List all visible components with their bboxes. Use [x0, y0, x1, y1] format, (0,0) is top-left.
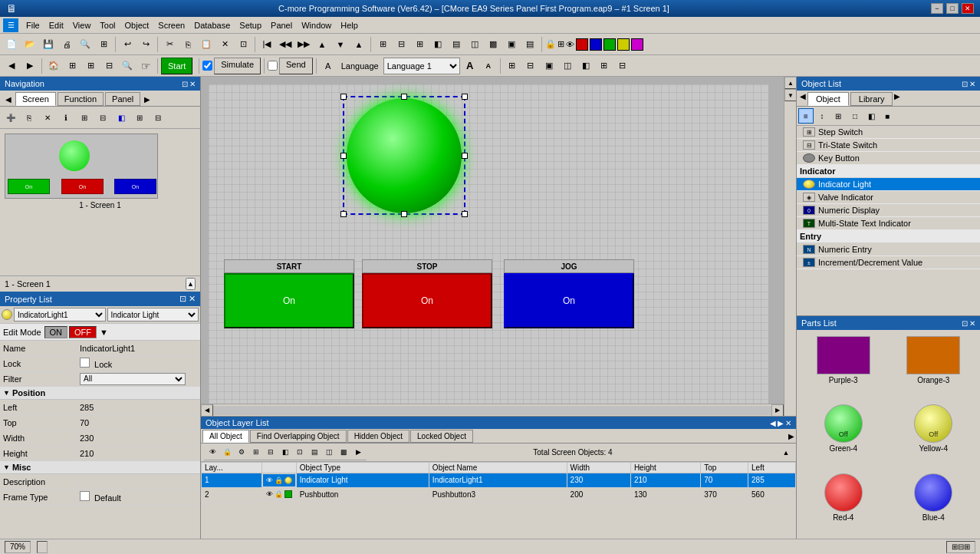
grid2-button[interactable]: ⊟ — [100, 58, 117, 74]
eye-icon-row1[interactable]: 👁 — [266, 477, 273, 484]
tab-all-object[interactable]: All Object — [202, 430, 249, 443]
stop-body[interactable]: On — [362, 273, 492, 328]
edit-mode-on-button[interactable]: ON — [44, 326, 68, 338]
start-button-canvas[interactable]: START On — [224, 259, 354, 328]
tb-btn-y[interactable]: ⊡ — [235, 36, 252, 53]
tb-misc12[interactable]: ▣ — [541, 58, 557, 74]
menu-setup[interactable]: Setup — [235, 19, 266, 31]
tb-misc7[interactable]: ▩ — [485, 36, 502, 53]
obj-tool-sort[interactable]: ↕ — [814, 108, 830, 124]
save-button[interactable]: 💾 — [40, 36, 57, 53]
tb-misc10[interactable]: ⊞ — [504, 58, 521, 74]
obj-item-multistate-text[interactable]: T Multi-State Text Indicator — [797, 217, 980, 230]
obj-item-valve-indicator[interactable]: ◈ Valve Indicator — [797, 191, 980, 204]
part-yellow-4[interactable]: Off Yellow-4 — [890, 401, 978, 467]
menu-object[interactable]: Object — [120, 19, 154, 31]
grid-button[interactable]: ⊞ — [82, 58, 99, 74]
start-body[interactable]: On — [224, 273, 354, 328]
col-height[interactable]: Height — [630, 463, 700, 473]
undo-button[interactable]: ↩ — [119, 36, 136, 53]
lock-checkbox[interactable] — [80, 358, 90, 368]
table-row[interactable]: 1 👁 🔒 Indicator Light IndicatorLight1 23… — [202, 473, 796, 488]
obj-tool-medium[interactable]: ◧ — [863, 108, 879, 124]
obj-tab-arrow-left[interactable]: ◀ — [800, 92, 806, 106]
part-green-4[interactable]: Off Green-4 — [800, 401, 887, 467]
handle-mr[interactable] — [462, 153, 468, 159]
part-blue-4[interactable]: Blue-4 — [890, 470, 978, 536]
col-top[interactable]: Top — [701, 463, 748, 473]
lock-icon-row1[interactable]: 🔒 — [275, 477, 283, 484]
nav-float-button[interactable]: ⊡ — [182, 80, 188, 88]
tb-misc3[interactable]: ⊞ — [411, 36, 428, 53]
jog-button-canvas[interactable]: JOG On — [504, 259, 634, 328]
tb-misc14[interactable]: ◧ — [577, 58, 594, 74]
layer-tool-11[interactable]: ▶ — [351, 445, 365, 459]
nav-close-button[interactable]: ✕ — [189, 80, 196, 88]
back-button[interactable]: ◀ — [3, 58, 20, 74]
object-type-selector[interactable]: Indicator Light — [107, 308, 199, 322]
obj-list-vscroll[interactable] — [969, 77, 980, 316]
tab-find-overlapping[interactable]: Find Overlapping Object — [250, 430, 347, 443]
object-selector[interactable]: IndicatorLight1 — [14, 308, 106, 322]
obj-item-numeric-entry[interactable]: N Numeric Entry — [797, 243, 980, 256]
obj-item-numeric-display[interactable]: 0 Numeric Display — [797, 204, 980, 217]
col-lay[interactable]: Lay... — [202, 463, 262, 473]
nav-down[interactable]: ▼ — [332, 36, 349, 53]
nav-tool-6[interactable]: ⊟ — [94, 109, 111, 126]
layer-tool-lock[interactable]: 🔒 — [220, 445, 234, 459]
obj-float-btn[interactable]: ⊡ — [962, 80, 968, 88]
paste-button[interactable]: 📋 — [198, 36, 215, 53]
eye-icon-row2[interactable]: 👁 — [266, 490, 273, 498]
menu-view[interactable]: View — [68, 19, 96, 31]
tb-misc1[interactable]: ⊞ — [374, 36, 391, 53]
handle-tl[interactable] — [340, 94, 347, 100]
menu-file[interactable]: File — [21, 19, 44, 31]
layer-tool-5[interactable]: ⊟ — [264, 445, 278, 459]
nav-tool-properties[interactable]: ℹ — [58, 109, 74, 126]
col-width[interactable]: Width — [567, 463, 630, 473]
tabs-scroll-right[interactable]: ▶ — [788, 432, 794, 440]
indicator-light-container[interactable] — [343, 96, 465, 215]
simulate-button[interactable]: Simulate — [214, 58, 261, 74]
menu-database[interactable]: Database — [189, 19, 235, 31]
tb-misc15[interactable]: ⊞ — [596, 58, 613, 74]
canvas-scroll[interactable]: ▲ ▼ — [201, 77, 796, 416]
obj-tab-library[interactable]: Library — [850, 92, 893, 106]
hscroll-left[interactable]: ◀ — [201, 404, 213, 417]
obj-tool-small[interactable]: ■ — [880, 108, 895, 124]
layer-float-btn[interactable]: ◀ — [770, 419, 776, 427]
stop-button-canvas[interactable]: STOP On — [362, 259, 492, 328]
open-button[interactable]: 📂 — [21, 36, 38, 53]
copy-button[interactable]: ⎘ — [179, 36, 196, 53]
part-orange-3[interactable]: Orange-3 — [890, 333, 978, 398]
jog-body[interactable]: On — [504, 273, 634, 328]
obj-item-key-button[interactable]: Key Button — [797, 152, 980, 165]
handle-ml[interactable] — [340, 153, 347, 159]
indicator-light-object[interactable] — [347, 98, 462, 213]
print-preview-button[interactable]: 🔍 — [77, 36, 94, 53]
parts-float-btn[interactable]: ⊡ — [962, 319, 968, 328]
part-purple-3[interactable]: Purple-3 — [800, 333, 887, 398]
nav-tool-9[interactable]: ⊟ — [150, 109, 166, 126]
handle-tc[interactable] — [401, 94, 407, 100]
font-small[interactable]: A — [480, 58, 497, 74]
zoom-button[interactable]: 🔍 — [119, 58, 136, 74]
handle-bc[interactable] — [401, 211, 407, 217]
layer-tool-10[interactable]: ▩ — [337, 445, 350, 459]
layer-table-area[interactable]: Lay... Object Type Object Name Width Hei… — [201, 462, 796, 539]
filter-select[interactable]: All — [80, 373, 186, 385]
menu-help[interactable]: Help — [336, 19, 363, 31]
nav-tool-8[interactable]: ⊞ — [131, 109, 148, 126]
nav-scroll-up[interactable]: ▲ — [186, 278, 196, 290]
table-row[interactable]: 2 👁 🔒 Pushbutton Pushbutton3 200 130 370 — [202, 487, 796, 501]
start-button[interactable]: Start — [161, 58, 192, 74]
tb-misc4[interactable]: ◧ — [429, 36, 446, 53]
nav-tool-delete[interactable]: ✕ — [39, 109, 56, 126]
forward-button[interactable]: ▶ — [21, 58, 38, 74]
handle-br[interactable] — [462, 211, 468, 217]
layer-tool-8[interactable]: ▤ — [307, 445, 321, 459]
nav-tab-screen[interactable]: Screen — [15, 92, 56, 106]
layer-tool-7[interactable]: ⊡ — [293, 445, 307, 459]
select-button[interactable]: ⊞ — [64, 58, 81, 74]
new-button[interactable]: 📄 — [3, 36, 20, 53]
